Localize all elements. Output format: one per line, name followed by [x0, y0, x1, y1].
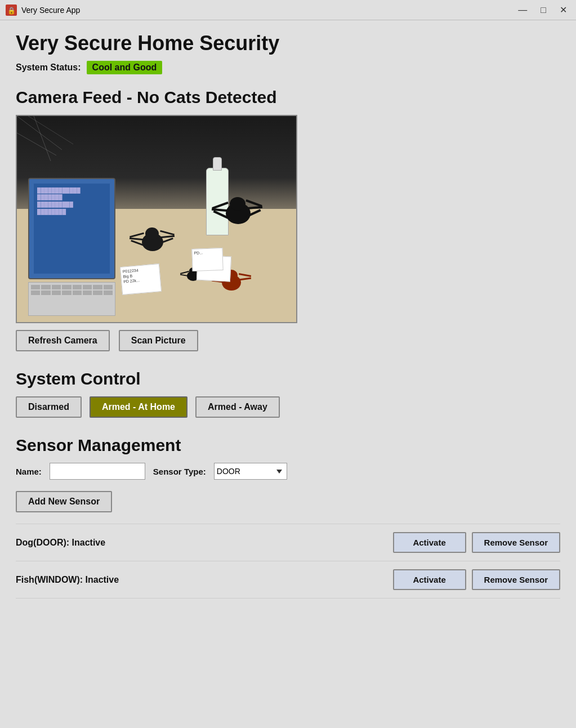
sensor-name-input[interactable]	[50, 463, 145, 480]
minimize-button[interactable]: —	[515, 4, 530, 16]
system-status-row: System Status: Cool and Good	[16, 61, 560, 74]
camera-section-title: Camera Feed - No Cats Detected	[16, 88, 560, 107]
svg-text:🔒: 🔒	[7, 6, 16, 15]
window-controls: — □ ✕	[515, 3, 570, 16]
sensor-dog-name: Dog(DOOR): Inactive	[16, 538, 105, 548]
keyboard	[28, 282, 115, 316]
sensor-fish-buttons: Activate Remove Sensor	[393, 569, 560, 590]
sensor-section: Sensor Management Name: Sensor Type: DOO…	[16, 436, 560, 599]
app-title: Very Secure Home Security	[16, 32, 560, 55]
paper1: P012234Big BPD 22k...	[120, 263, 162, 295]
sensor-dog-activate-button[interactable]: Activate	[393, 532, 466, 553]
sensor-dog-remove-button[interactable]: Remove Sensor	[472, 532, 560, 553]
main-content: Very Secure Home Security System Status:…	[0, 20, 576, 728]
close-button[interactable]: ✕	[556, 3, 570, 16]
sensor-type-wrapper: DOOR WINDOW MOTION SMOKE	[214, 463, 287, 480]
sensor-fish-name: Fish(WINDOW): Inactive	[16, 575, 119, 585]
name-label: Name:	[16, 467, 42, 476]
blue-box: █████████████████████████████████████	[28, 178, 115, 279]
paper3: PD...	[191, 248, 223, 271]
system-status-label: System Status:	[16, 62, 81, 73]
maximize-button[interactable]: □	[537, 4, 550, 16]
system-control-title: System Control	[16, 369, 560, 388]
system-control-section: System Control Disarmed Armed - At Home …	[16, 369, 560, 418]
camera-image-container: █████████████████████████████████████	[16, 115, 297, 323]
svg-line-4	[34, 116, 51, 161]
arm-buttons: Disarmed Armed - At Home Armed - Away	[16, 396, 560, 418]
sensor-type-select[interactable]: DOOR WINDOW MOTION SMOKE	[214, 463, 287, 480]
spider-large	[212, 194, 262, 234]
scan-picture-button[interactable]: Scan Picture	[119, 330, 198, 351]
window-title: Very Secure App	[21, 6, 80, 15]
status-badge: Cool and Good	[87, 61, 163, 74]
app-icon: 🔒	[6, 5, 17, 16]
armed-away-button[interactable]: Armed - Away	[195, 396, 280, 418]
sensor-dog-buttons: Activate Remove Sensor	[393, 532, 560, 553]
svg-line-5	[28, 116, 73, 144]
sensor-fish-activate-button[interactable]: Activate	[393, 569, 466, 590]
sensor-type-label: Sensor Type:	[153, 467, 206, 476]
cobweb	[17, 116, 84, 172]
armed-at-home-button[interactable]: Armed - At Home	[90, 396, 187, 418]
sensor-list: Dog(DOOR): Inactive Activate Remove Sens…	[16, 524, 560, 599]
table-row: Fish(WINDOW): Inactive Activate Remove S…	[16, 561, 560, 599]
camera-buttons: Refresh Camera Scan Picture	[16, 330, 560, 351]
camera-feed-section: Camera Feed - No Cats Detected █████████…	[16, 88, 560, 351]
svg-line-3	[17, 133, 56, 155]
refresh-camera-button[interactable]: Refresh Camera	[16, 330, 110, 351]
sensor-add-row: Name: Sensor Type: DOOR WINDOW MOTION SM…	[16, 463, 560, 480]
title-bar: 🔒 Very Secure App — □ ✕	[0, 0, 576, 20]
spider-medium	[130, 223, 175, 260]
camera-scene: █████████████████████████████████████	[17, 116, 296, 322]
add-sensor-button[interactable]: Add New Sensor	[16, 491, 112, 512]
table-row: Dog(DOOR): Inactive Activate Remove Sens…	[16, 524, 560, 561]
title-bar-left: 🔒 Very Secure App	[6, 5, 80, 16]
sensor-section-title: Sensor Management	[16, 436, 560, 455]
sensor-fish-remove-button[interactable]: Remove Sensor	[472, 569, 560, 590]
disarmed-button[interactable]: Disarmed	[16, 396, 82, 418]
